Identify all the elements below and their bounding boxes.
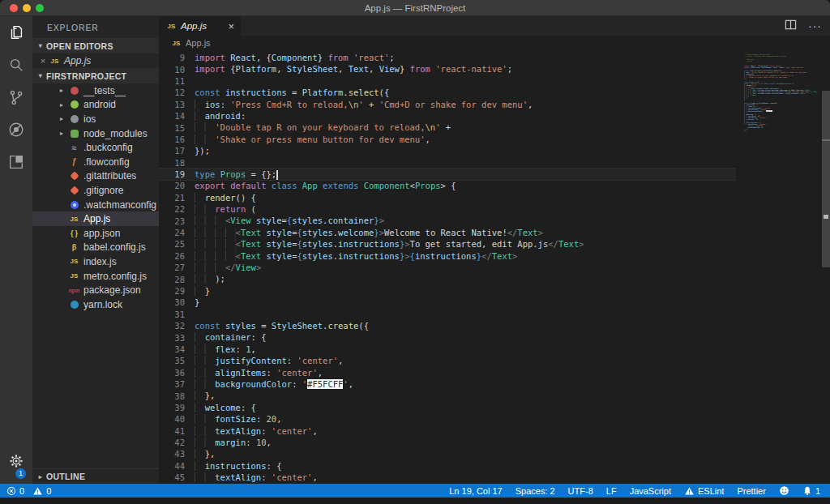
warning-triangle-icon bbox=[32, 486, 43, 496]
tab-appjs[interactable]: JS App.js × bbox=[159, 16, 241, 36]
code-line-17[interactable]: 17}); bbox=[159, 145, 736, 156]
outline-section-header[interactable]: ▸ OUTLINE bbox=[32, 468, 159, 484]
folder-tests-icon bbox=[68, 87, 80, 95]
code-line-27[interactable]: 27 </View> bbox=[159, 262, 736, 273]
code-line-11[interactable]: 11 bbox=[159, 75, 736, 87]
file-tree-item-babel-config-js[interactable]: βbabel.config.js bbox=[32, 241, 159, 255]
open-editor-item-appjs[interactable]: × JS App.js bbox=[32, 53, 159, 68]
line-number: 23 bbox=[159, 216, 195, 226]
file-tree: ▸__tests__▸android▸ios▸node_modules≈.buc… bbox=[32, 83, 159, 312]
status-right: Ln 19, Col 17Spaces: 2UTF-8LFJavaScriptE… bbox=[449, 485, 820, 496]
project-section-header[interactable]: ▾ FIRSTRNPROJECT bbox=[32, 68, 159, 83]
file-tree-item-android[interactable]: ▸android bbox=[32, 98, 159, 113]
code-line-33[interactable]: 33 container: { bbox=[159, 331, 736, 343]
file-tree-item-app-json[interactable]: { }app.json bbox=[32, 226, 159, 241]
minimap[interactable]: /** * Sample React Native App * https://… bbox=[744, 50, 822, 131]
line-number: 30 bbox=[159, 297, 195, 307]
code-line-22[interactable]: 22 return ( bbox=[159, 203, 736, 215]
file-tree-item--tests-[interactable]: ▸__tests__ bbox=[32, 83, 159, 98]
close-icon[interactable]: × bbox=[37, 56, 49, 66]
code-line-24[interactable]: 24 <Text style={styles.welcome}>Welcome … bbox=[159, 227, 736, 238]
status-right-spaces-2[interactable]: Spaces: 2 bbox=[516, 486, 555, 496]
scrollbar-thumb[interactable] bbox=[822, 91, 830, 267]
chevron-right-icon: ▸ bbox=[57, 130, 66, 137]
code-line-26[interactable]: 26 <Text style={styles.instructions}>{in… bbox=[159, 250, 736, 262]
code-line-36[interactable]: 36 alignItems: 'center', bbox=[159, 367, 736, 378]
code-line-44[interactable]: 44 instructions: { bbox=[159, 460, 736, 472]
code-line-15[interactable]: 15 'Double tap R on your keyboard to rel… bbox=[159, 122, 736, 133]
code-line-25[interactable]: 25 <Text style={styles.instructions}>To … bbox=[159, 238, 736, 250]
status-right-eslint[interactable]: ESLint bbox=[684, 486, 724, 496]
code-line-38[interactable]: 38 }, bbox=[159, 390, 736, 401]
file-tree-item-package-json[interactable]: npmpackage.json bbox=[32, 283, 159, 297]
extensions-icon[interactable] bbox=[0, 146, 32, 178]
file-tree-item--gitattributes[interactable]: .gitattributes bbox=[32, 169, 159, 184]
status-left-0[interactable]: 0 bbox=[6, 486, 24, 496]
code-line-39[interactable]: 39 welcome: { bbox=[159, 402, 736, 413]
file-tree-item-yarn-lock[interactable]: yarn.lock bbox=[32, 297, 159, 312]
file-tree-item-node-modules[interactable]: ▸node_modules bbox=[32, 126, 159, 141]
status-left: 00 bbox=[6, 486, 51, 496]
file-tree-item--gitignore[interactable]: .gitignore bbox=[32, 183, 159, 198]
code-line-29[interactable]: 29 } bbox=[159, 285, 736, 297]
code-line-21[interactable]: 21 render() { bbox=[159, 192, 736, 203]
status-right-javascript[interactable]: JavaScript bbox=[630, 486, 671, 496]
code-editor[interactable]: 9import React, {Component} from 'react';… bbox=[159, 50, 830, 484]
code-line-14[interactable]: 14 android: bbox=[159, 110, 736, 122]
code-line-41[interactable]: 41 textAlign: 'center', bbox=[159, 425, 736, 437]
code-line-16[interactable]: 16 'Shake or press menu button for dev m… bbox=[159, 134, 736, 145]
file-tree-item-metro-config-js[interactable]: JSmetro.config.js bbox=[32, 269, 159, 284]
status-right-1[interactable]: 1 bbox=[802, 485, 820, 496]
code-line-20[interactable]: 20export default class App extends Compo… bbox=[159, 180, 736, 191]
status-right-prettier[interactable]: Prettier bbox=[737, 486, 765, 496]
code-line-12[interactable]: 12const instructions = Platform.select({ bbox=[159, 87, 736, 98]
code-line-40[interactable]: 40 fontSize: 20, bbox=[159, 413, 736, 425]
split-editor-icon[interactable] bbox=[785, 19, 797, 34]
breadcrumb[interactable]: JS App.js bbox=[159, 36, 830, 50]
code-line-43[interactable]: 43 }, bbox=[159, 448, 736, 459]
file-tree-item--buckconfig[interactable]: ≈.buckconfig bbox=[32, 140, 159, 155]
code-line-34[interactable]: 34 flex: 1, bbox=[159, 344, 736, 355]
code-line-31[interactable]: 31 bbox=[159, 309, 736, 320]
file-tree-item--watchmanconfig[interactable]: .watchmanconfig bbox=[32, 198, 159, 212]
titlebar[interactable]: App.js — FirstRNProject bbox=[0, 0, 830, 16]
status-right-ln-19-col-17[interactable]: Ln 19, Col 17 bbox=[449, 486, 502, 496]
file-tree-item-ios[interactable]: ▸ios bbox=[32, 112, 159, 126]
code-line-10[interactable]: 10import {Platform, StyleSheet, Text, Vi… bbox=[159, 63, 736, 75]
code-line-18[interactable]: 18 bbox=[159, 157, 736, 169]
code-line-32[interactable]: 32const styles = StyleSheet.create({ bbox=[159, 320, 736, 331]
source-control-icon[interactable] bbox=[0, 81, 32, 113]
line-number: 45 bbox=[159, 472, 195, 482]
status-right-smiley[interactable] bbox=[779, 485, 789, 496]
chevron-right-icon: ▸ bbox=[35, 473, 46, 481]
file-tree-item-index-js[interactable]: JSindex.js bbox=[32, 254, 159, 269]
code-line-42[interactable]: 42 margin: 10, bbox=[159, 437, 736, 448]
folder-android-icon bbox=[68, 100, 80, 109]
status-right-utf-8[interactable]: UTF-8 bbox=[568, 486, 593, 496]
status-right-lf[interactable]: LF bbox=[606, 486, 617, 496]
debug-icon[interactable] bbox=[0, 113, 32, 146]
code-line-35[interactable]: 35 justifyContent: 'center', bbox=[159, 355, 736, 366]
main-area: 1 EXPLORER ▾ OPEN EDITORS × JS App.js ▾ … bbox=[0, 16, 830, 484]
line-number: 12 bbox=[159, 88, 195, 97]
code-line-19[interactable]: 19type Props = {}; bbox=[159, 169, 736, 180]
editor-scrollbar[interactable] bbox=[822, 50, 830, 484]
close-tab-icon[interactable]: × bbox=[228, 20, 234, 32]
explorer-icon[interactable] bbox=[0, 16, 32, 49]
tab-label: App.js bbox=[181, 21, 207, 31]
status-left-0[interactable]: 0 bbox=[32, 486, 51, 496]
file-tree-item-app-js[interactable]: JSApp.js bbox=[32, 211, 159, 226]
code-line-45[interactable]: 45 textAlign: 'center', bbox=[159, 472, 736, 483]
code-line-23[interactable]: 23 <View style={styles.container}> bbox=[159, 215, 736, 226]
code-line-9[interactable]: 9import React, {Component} from 'react'; bbox=[159, 52, 736, 63]
open-editors-section-header[interactable]: ▾ OPEN EDITORS bbox=[32, 38, 159, 53]
file-tree-item--flowconfig[interactable]: ƒ.flowconfig bbox=[32, 155, 159, 169]
more-actions-icon[interactable]: ··· bbox=[808, 22, 822, 30]
code-line-28[interactable]: 28 ); bbox=[159, 273, 736, 284]
code-line-13[interactable]: 13 ios: 'Press Cmd+R to reload,\n' + 'Cm… bbox=[159, 99, 736, 110]
line-number: 11 bbox=[159, 76, 195, 86]
line-number: 39 bbox=[159, 403, 195, 412]
search-icon[interactable] bbox=[0, 49, 32, 81]
code-line-30[interactable]: 30} bbox=[159, 297, 736, 308]
code-line-37[interactable]: 37 backgroundColor: '#F5FCFF', bbox=[159, 378, 736, 390]
